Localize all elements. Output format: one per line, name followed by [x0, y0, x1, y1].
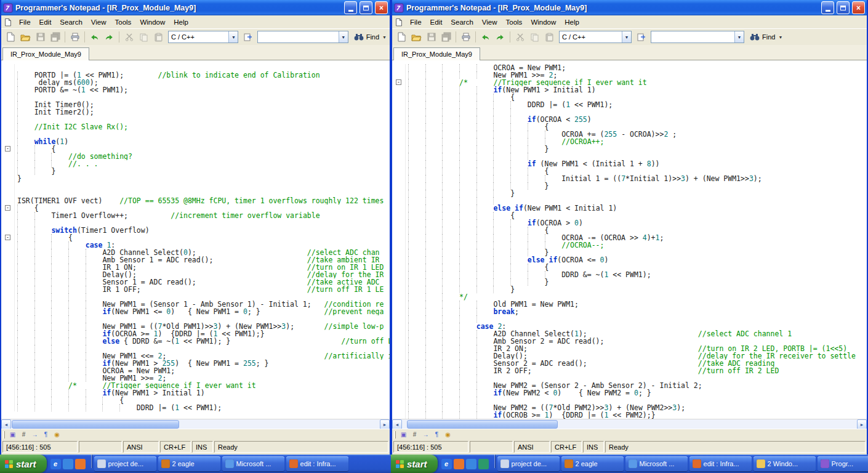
copy-button[interactable]: [528, 30, 542, 44]
code-line[interactable]: Init_Timer0();: [1, 101, 390, 108]
code-line[interactable]: //OCROA++;: [392, 138, 867, 145]
save-button[interactable]: [33, 30, 47, 44]
code-line[interactable]: [1, 315, 390, 323]
code-line[interactable]: {: [1, 397, 390, 404]
code-line[interactable]: switch(Timer1_Overflow): [1, 227, 390, 234]
code-line[interactable]: [1, 219, 390, 227]
code-line[interactable]: [392, 153, 867, 160]
code-line[interactable]: }: [392, 278, 867, 286]
projects-pane-icon[interactable]: ▣: [8, 430, 17, 439]
code-line[interactable]: else { DDRD &= ~(1 << PWM1); } //turn of…: [1, 338, 390, 345]
taskbar-task-button[interactable]: project de...: [497, 456, 560, 471]
code-line[interactable]: case 1:: [1, 241, 390, 249]
code-line[interactable]: IR_2_OFF; //turn off IR 2 LED: [392, 367, 867, 374]
code-line[interactable]: -{: [1, 234, 390, 241]
menu-tools[interactable]: Tools: [111, 17, 136, 27]
code-line[interactable]: A2D_Channel_Select(0); //select ADC chan: [1, 249, 390, 256]
menu-view[interactable]: View: [87, 17, 111, 27]
code-line[interactable]: New_PWM2 = (Sensor_2 - Amb_Sensor_2) - I…: [392, 382, 867, 389]
code-line[interactable]: New_PWM1 >>= 2;: [1, 374, 390, 382]
code-line[interactable]: while(1): [1, 138, 390, 145]
redo-button[interactable]: [102, 30, 116, 44]
output-pane-icon[interactable]: ¶: [41, 430, 50, 439]
copy-button[interactable]: [137, 30, 151, 44]
fold-toggle-icon[interactable]: -: [396, 79, 401, 85]
code-line[interactable]: if(New_PWM1 > Initial_1): [1, 389, 390, 397]
menu-help[interactable]: Help: [560, 17, 584, 27]
code-line[interactable]: -/* //Trigger sequence if I ever want it: [392, 79, 867, 86]
restore-button[interactable]: [837, 1, 850, 14]
scroll-left-arrow[interactable]: ◄: [1, 419, 11, 429]
toolbar-grip[interactable]: [394, 431, 396, 439]
code-line[interactable]: }: [392, 286, 867, 293]
code-line[interactable]: New_PWM2 = ((7*Old_PWM2)>>3) + (New_PWM2…: [392, 404, 867, 411]
tab-ir-prox-module[interactable]: IR_Prox_Module_May9: [393, 47, 480, 60]
code-line[interactable]: else if(New_PWM1 < Initial_1): [392, 204, 867, 212]
code-line[interactable]: [1, 345, 390, 352]
taskbar-task-button[interactable]: Microsoft ...: [625, 456, 688, 471]
code-line[interactable]: /* //Trigger sequence if I ever want it: [1, 382, 390, 389]
horizontal-scrollbar[interactable]: ◄ ►: [1, 419, 390, 429]
close-button[interactable]: ×: [852, 1, 865, 14]
code-line[interactable]: }: [392, 249, 867, 256]
menu-window[interactable]: Window: [526, 17, 560, 27]
code-line[interactable]: else if(OCROA <= 0): [392, 256, 867, 264]
code-line[interactable]: [1, 94, 390, 101]
code-line[interactable]: //OCROA--;: [392, 241, 867, 249]
code-line[interactable]: Old_PWM1 = New_PWM1;: [392, 301, 867, 308]
paste-button[interactable]: [151, 30, 166, 44]
code-line[interactable]: if(New_PWM2 < 0) { New_PWM2 = 0; }: [392, 389, 867, 397]
code-line[interactable]: -{: [1, 145, 390, 153]
code-line[interactable]: if(OCROB >= 1) {DDRD |= (1 << PWM2);}: [392, 411, 867, 419]
code-line[interactable]: ISR(TIMER1_OVF_vect) //TOP == 65535 @8MH…: [1, 197, 390, 204]
find-button[interactable]: Find ▼: [351, 30, 390, 44]
code-line[interactable]: [392, 315, 867, 323]
media-app-icon[interactable]: [478, 459, 489, 469]
code-line[interactable]: IR_2_ON; //turn on IR 2 LED, PORTB |= (1…: [392, 345, 867, 352]
code-line[interactable]: if(OCROA < 255): [392, 116, 867, 123]
start-button[interactable]: start: [391, 455, 438, 473]
scroll-right-arrow[interactable]: ►: [857, 419, 867, 429]
menu-tools[interactable]: Tools: [502, 17, 527, 27]
code-line[interactable]: [1, 116, 390, 123]
scrollbar-track[interactable]: [11, 419, 380, 429]
taskbar-task-button[interactable]: 2 eagle: [158, 456, 220, 471]
code-line[interactable]: Sensor_1 = ADC_read(); //take active ADC: [1, 278, 390, 286]
title-bar[interactable]: Programmer's Notepad - [IR_Prox_Module_M…: [392, 0, 867, 15]
code-editor[interactable]: PORTD |= (1 << PWM1); //blink to indicat…: [1, 60, 390, 419]
code-line[interactable]: [1, 293, 390, 301]
code-line[interactable]: case 2:: [392, 323, 867, 330]
code-line[interactable]: }: [1, 175, 390, 182]
code-line[interactable]: OCROA = New_PWM1;: [1, 367, 390, 374]
code-line[interactable]: DDRD &= ~(1 << PWM1);: [392, 271, 867, 278]
code-line[interactable]: DDRD |= (1 << PWM1);: [392, 101, 867, 108]
code-line[interactable]: Timer1_Overflow++; //increment timer ove…: [1, 212, 390, 219]
code-line[interactable]: }: [392, 190, 867, 197]
code-line[interactable]: if (New_PWM1 < (Initial_1 + 8)): [392, 160, 867, 168]
menu-edit[interactable]: Edit: [426, 17, 447, 27]
scroll-left-arrow[interactable]: ◄: [392, 419, 402, 429]
projects-pane-icon[interactable]: ▣: [399, 430, 408, 439]
code-line[interactable]: New_PWM1 >>= 2;: [392, 71, 867, 79]
scroll-right-arrow[interactable]: ►: [380, 419, 390, 429]
taskbar-task-button[interactable]: edit : Infra...: [286, 456, 348, 471]
close-button[interactable]: ×: [375, 1, 388, 14]
code-line[interactable]: Amb_Sensor_1 = ADC_read(); //take ambien…: [1, 256, 390, 264]
text-clips-pane-icon[interactable]: #: [19, 430, 28, 439]
code-line[interactable]: //. . .: [1, 160, 390, 168]
jump-to-pane-icon[interactable]: →: [421, 430, 430, 439]
code-line[interactable]: PORTD |= (1 << PWM1); //blink to indicat…: [1, 71, 390, 79]
code-line[interactable]: IR_1_OFF; //turn off IR 1 LE: [1, 286, 390, 293]
code-line[interactable]: A2D_Channel_Select(1); //select ADC chan…: [392, 330, 867, 338]
fold-toggle-icon[interactable]: -: [5, 205, 10, 211]
menu-file[interactable]: File: [406, 17, 426, 27]
open-file-button[interactable]: [18, 30, 33, 44]
save-all-button[interactable]: [439, 30, 453, 44]
code-line[interactable]: {: [392, 94, 867, 101]
code-line[interactable]: [392, 197, 867, 204]
code-line[interactable]: {: [392, 212, 867, 219]
scheme-select[interactable]: C / C++ ▼: [559, 31, 632, 43]
menu-help[interactable]: Help: [169, 17, 193, 27]
code-line[interactable]: {: [392, 123, 867, 131]
start-button[interactable]: start: [0, 455, 47, 473]
